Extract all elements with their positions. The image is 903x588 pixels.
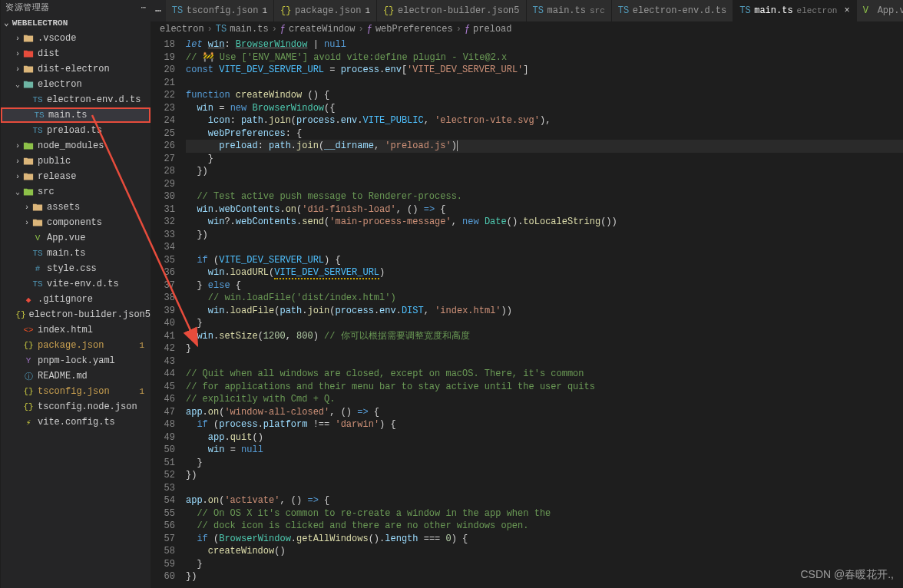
code-line[interactable]: } — [186, 317, 903, 330]
close-icon[interactable]: × — [844, 5, 849, 16]
tree-item[interactable]: ⓘREADME.md — [1, 368, 150, 384]
bc-prop[interactable]: webPreferences — [375, 24, 453, 35]
breadcrumbs[interactable]: electron › TS main.ts › ƒ createWindow ›… — [150, 21, 903, 37]
code-line[interactable] — [186, 355, 903, 368]
code-line[interactable]: webPreferences: { — [186, 127, 903, 140]
function-icon: ƒ — [280, 24, 286, 35]
code-line[interactable]: // for applications and their menu bar t… — [186, 381, 903, 394]
chevron-icon: › — [22, 219, 31, 227]
code-line[interactable]: const VITE_DEV_SERVER_URL = process.env[… — [186, 64, 903, 77]
more-icon[interactable]: ⋯ — [141, 2, 146, 12]
code-line[interactable]: if (BrowserWindow.getAllWindows().length… — [186, 533, 903, 546]
tree-item[interactable]: {}tsconfig.node.json — [1, 399, 150, 415]
tree-item[interactable]: ›public — [1, 154, 150, 169]
code-line[interactable]: }) — [186, 469, 903, 482]
code-line[interactable]: if (VITE_DEV_SERVER_URL) { — [186, 254, 903, 267]
tree-item[interactable]: ⚡vite.config.ts — [1, 415, 150, 430]
tree-item[interactable]: Ypnpm-lock.yaml — [1, 353, 150, 368]
code-line[interactable]: app.on('window-all-closed', () => { — [186, 406, 903, 419]
tree-item[interactable]: ›dist-electron — [1, 61, 150, 77]
code-line[interactable]: // dock icon is clicked and there are no… — [186, 520, 903, 533]
code-line[interactable]: preload: path.join(__dirname, 'preload.j… — [186, 140, 903, 153]
tree-item[interactable]: VApp.vue — [1, 230, 150, 246]
tree-item[interactable]: TSpreload.ts — [1, 123, 150, 138]
code-line[interactable]: } — [186, 153, 903, 166]
code-line[interactable] — [186, 178, 903, 191]
file-tree: ›.vscode›dist›dist-electron⌄electronTSel… — [1, 31, 150, 588]
chevron-icon: ⌄ — [13, 80, 22, 89]
tab[interactable]: TSelectron-env.d.ts — [612, 0, 733, 21]
code-line[interactable]: win.webContents.on('did-finish-load', ()… — [186, 203, 903, 216]
tree-item[interactable]: ›assets — [1, 200, 150, 215]
code-line[interactable]: win.loadURL(VITE_DEV_SERVER_URL) — [186, 266, 903, 279]
tree-item[interactable]: TSelectron-env.d.ts — [1, 92, 150, 107]
code-line[interactable] — [186, 482, 903, 495]
tree-item[interactable]: ›dist — [1, 46, 150, 61]
tab-path: electron — [797, 6, 838, 15]
editor[interactable]: 1819202122232425262728293031323334353637… — [150, 37, 903, 588]
code-line[interactable]: win = new BrowserWindow({ — [186, 102, 903, 115]
bc-prop2[interactable]: preload — [473, 24, 511, 35]
tree-item[interactable]: ⌄src — [1, 184, 150, 200]
code-line[interactable]: // On OS X it's common to re-create a wi… — [186, 507, 903, 520]
code-line[interactable]: win.setSize(1200, 800) // 你可以根据需要调整宽度和高度 — [186, 330, 903, 343]
tree-item[interactable]: {}package.json1 — [1, 338, 150, 353]
code-line[interactable]: win.loadFile(path.join(process.env.DIST,… — [186, 305, 903, 318]
tab[interactable]: TSmain.tssrc — [527, 0, 612, 21]
code-line[interactable]: app.on('activate', () => { — [186, 494, 903, 507]
tab[interactable]: VApp.vue — [857, 0, 903, 21]
code-line[interactable]: win?.webContents.send('main-process-mess… — [186, 216, 903, 229]
code-line[interactable]: // Test active push message to Renderer-… — [186, 190, 903, 203]
project-header[interactable]: ⌄ WEBELECTRON — [1, 15, 150, 31]
more-tabs-icon[interactable]: ⋯ — [150, 0, 166, 21]
tree-item[interactable]: ›.vscode — [1, 31, 150, 46]
code-line[interactable]: // win.loadFile('dist/index.html') — [186, 292, 903, 305]
code-line[interactable]: function createWindow () { — [186, 89, 903, 102]
code-line[interactable]: let win: BrowserWindow | null — [186, 38, 903, 51]
tree-item-label: public — [38, 156, 71, 167]
code-line[interactable]: } else { — [186, 279, 903, 292]
file-icon: <> — [22, 324, 35, 336]
code-line[interactable]: if (process.platform !== 'darwin') { — [186, 418, 903, 431]
code-line[interactable]: app.quit() — [186, 431, 903, 444]
code-line[interactable] — [186, 77, 903, 90]
tab-badge: 1 — [262, 6, 267, 15]
tab-label: main.ts — [754, 5, 792, 16]
tree-item[interactable]: ◆.gitignore — [1, 292, 150, 307]
tree-item[interactable]: ›components — [1, 215, 150, 230]
code-line[interactable]: // Quit when all windows are closed, exc… — [186, 368, 903, 381]
code-line[interactable]: }) — [186, 229, 903, 242]
tree-item[interactable]: #style.css — [1, 261, 150, 276]
tab[interactable]: TSmain.tselectron× — [733, 0, 856, 21]
code-line[interactable]: win = null — [186, 444, 903, 457]
code-line[interactable]: } — [186, 457, 903, 470]
tree-item[interactable]: ›node_modules — [1, 138, 150, 154]
bc-file[interactable]: main.ts — [230, 24, 268, 35]
code-line[interactable]: }) — [186, 570, 903, 583]
tab[interactable]: {}electron-builder.json5 — [377, 0, 526, 21]
code-line[interactable] — [186, 241, 903, 254]
code-line[interactable]: } — [186, 558, 903, 571]
tree-item[interactable]: TSmain.ts — [1, 246, 150, 261]
code-line[interactable]: // explicitly with Cmd + Q. — [186, 393, 903, 406]
tree-item[interactable]: ⌄electron — [1, 77, 150, 92]
tree-item[interactable]: TSvite-env.d.ts — [1, 276, 150, 292]
bc-folder[interactable]: electron — [160, 24, 204, 35]
tree-item[interactable]: {}tsconfig.json1 — [1, 384, 150, 399]
code-line[interactable]: }) — [186, 165, 903, 178]
code-line[interactable]: createWindow() — [186, 545, 903, 558]
code-line[interactable]: icon: path.join(process.env.VITE_PUBLIC,… — [186, 114, 903, 127]
tab-label: App.vue — [878, 5, 903, 16]
code-area[interactable]: let win: BrowserWindow | null// 🚧 Use ['… — [186, 37, 903, 588]
tree-item[interactable]: <>index.html — [1, 322, 150, 338]
tree-item[interactable]: TSmain.ts — [1, 107, 150, 123]
code-line[interactable]: // 🚧 Use ['ENV_NAME'] avoid vite:define … — [186, 51, 903, 64]
tab[interactable]: TStsconfig.json1 — [166, 0, 274, 21]
tree-item[interactable]: {}electron-builder.json5 — [1, 307, 150, 322]
code-line[interactable]: } — [186, 342, 903, 355]
folder-icon — [22, 78, 35, 91]
bc-fn[interactable]: createWindow — [289, 24, 355, 35]
chevron-icon: › — [13, 50, 22, 58]
tree-item[interactable]: ›release — [1, 169, 150, 184]
tab[interactable]: {}package.json1 — [274, 0, 377, 21]
